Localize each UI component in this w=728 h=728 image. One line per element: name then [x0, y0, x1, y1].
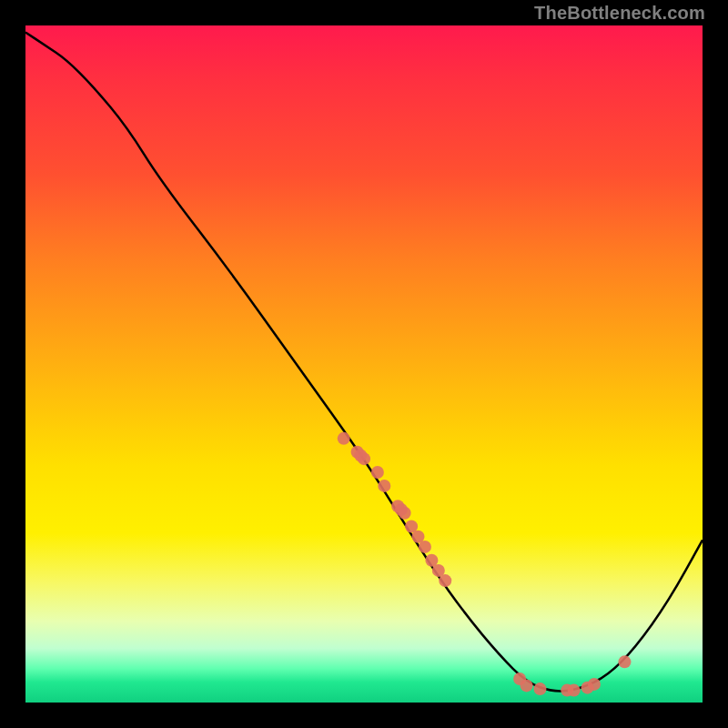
data-marker: [568, 684, 581, 697]
data-marker: [371, 466, 384, 479]
data-marker: [618, 655, 631, 668]
data-marker: [588, 678, 601, 691]
data-marker: [439, 574, 451, 587]
data-marker: [358, 452, 370, 465]
data-marker: [378, 480, 390, 492]
chart-frame: [22, 22, 706, 706]
data-markers: [338, 432, 632, 697]
data-marker: [521, 679, 533, 692]
data-marker: [338, 432, 350, 445]
chart-svg: [25, 25, 703, 703]
data-marker: [399, 507, 411, 520]
bottleneck-curve: [25, 32, 703, 691]
attribution-text: TheBottleneck.com: [534, 3, 705, 24]
data-marker: [419, 541, 431, 553]
data-marker: [533, 682, 546, 695]
